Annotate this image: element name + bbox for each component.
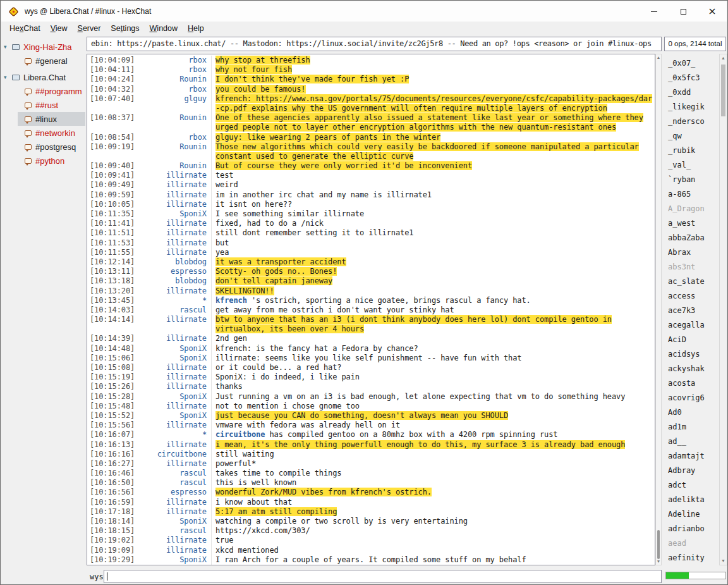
user-list-item[interactable]: Abrax	[665, 245, 719, 260]
message-nick: blobdog	[136, 257, 212, 267]
message-text: SKELLINGTON!!	[212, 286, 655, 296]
scroll-down-icon[interactable]: ▼	[720, 557, 727, 565]
user-list-item[interactable]: aead	[665, 536, 719, 551]
user-list-item[interactable]: Adbray	[665, 464, 719, 478]
chat-scrollbar[interactable]: ▲ ▼	[655, 54, 662, 565]
user-list-item[interactable]: _val_	[665, 158, 719, 173]
maximize-button[interactable]	[669, 1, 698, 22]
user-list-item[interactable]: ace7k3	[665, 304, 719, 318]
message-nick	[136, 324, 212, 334]
topic-input[interactable]: ebin: https://paste.linux.chat/ -- Masto…	[87, 37, 662, 51]
message-time: [10:15:48]	[87, 402, 136, 411]
user-list-item[interactable]: acosta	[665, 376, 719, 391]
user-list-item[interactable]: _0x5fc3	[665, 71, 719, 85]
user-list-item[interactable]: ac_slate	[665, 274, 719, 289]
chat-line: [10:15:28]SponiXJust running a vm on an …	[87, 392, 655, 402]
channel-item-python[interactable]: #python	[18, 154, 85, 168]
message-time	[87, 123, 136, 132]
chat-line: [10:11:55]illirnateyea	[87, 248, 655, 257]
message-nick: Rounin	[136, 75, 212, 84]
close-button[interactable]: ×	[698, 1, 727, 22]
channel-item-programm[interactable]: ##programm	[18, 84, 85, 98]
menu-item-window[interactable]: Window	[145, 23, 183, 34]
highlighted-text: you could be famous!	[215, 85, 306, 94]
chat-line: [10:08:37]RouninOne of these agencies ap…	[87, 113, 655, 123]
user-list-item[interactable]: abs3nt	[665, 260, 719, 274]
menu-item-view[interactable]: View	[46, 23, 73, 34]
chat-scrollbar-thumb[interactable]	[657, 530, 660, 559]
user-list-item[interactable]: _0xdd	[665, 85, 719, 100]
userlist-scrollbar-thumb[interactable]	[721, 65, 725, 116]
chat-line: [10:19:29]SponiXI ran Arch for a couple …	[87, 555, 655, 565]
user-list-item[interactable]: acovrig6	[665, 391, 719, 405]
user-list-item[interactable]: _qw	[665, 129, 719, 144]
user-list-item[interactable]: aefinity	[665, 551, 719, 565]
message-time: [10:16:59]	[87, 498, 136, 507]
user-list-item[interactable]: _ndersco	[665, 114, 719, 129]
user-list-item[interactable]: adamtajt	[665, 449, 719, 464]
userlist-scrollbar[interactable]: ▲ ▼	[719, 54, 727, 565]
chat-message-area[interactable]: [10:04:09]rboxwhy stop at threefish[10:0…	[87, 54, 655, 565]
user-list-item[interactable]: Adeline	[665, 507, 719, 522]
message-text: kfrench: https://www.nsa.gov/portals/75/…	[212, 94, 655, 104]
text-caret	[107, 572, 107, 581]
chat-line: [10:16:50]rasculthis is well known	[87, 478, 655, 488]
channel-item-networkin[interactable]: #networkin	[18, 126, 85, 140]
user-list-item[interactable]: _rubik	[665, 144, 719, 158]
network-item-libera-chat[interactable]: ▾Libera.Chat	[2, 70, 85, 84]
lag-meter-fill	[666, 572, 689, 579]
message-time: [10:14:03]	[87, 305, 136, 315]
user-list-item[interactable]: acidsys	[665, 347, 719, 362]
message-text: 2nd gen	[212, 334, 655, 343]
message-input[interactable]	[104, 570, 662, 583]
user-list-item[interactable]: _0x07_	[665, 56, 719, 71]
message-text: I don't think they've made four fish yet…	[212, 75, 655, 84]
message-nick: illirnate	[136, 402, 212, 411]
user-list-item[interactable]: AciD	[665, 333, 719, 347]
tree-expander-icon[interactable]: ▾	[4, 75, 12, 80]
highlighted-text: don't tell captain janeway	[215, 276, 332, 285]
message-time: [10:14:39]	[87, 334, 136, 343]
user-list-item[interactable]: _likegik	[665, 100, 719, 114]
message-text: I see something similar illirnate	[212, 209, 655, 219]
user-list-item[interactable]: adrianbo	[665, 522, 719, 536]
titlebar[interactable]: wys @ Libera.Chat / #linux - HexChat ×	[1, 1, 727, 22]
user-list-item[interactable]: Ad0	[665, 405, 719, 420]
user-list-item[interactable]: ad__	[665, 434, 719, 449]
user-list-item[interactable]: a_west	[665, 216, 719, 231]
channel-tree: ▾Xing-Hai-Zha#general▾Libera.Chat##progr…	[2, 37, 85, 565]
message-text: glguy: like wearing 2 pears of pants in …	[212, 133, 655, 142]
channel-item-postgresq[interactable]: #postgresq	[18, 140, 85, 154]
message-time: [10:10:05]	[87, 200, 136, 209]
menu-item-settings[interactable]: Settings	[106, 23, 144, 34]
scroll-up-icon[interactable]: ▲	[720, 54, 727, 62]
user-list-item[interactable]: adelikta	[665, 493, 719, 507]
scroll-down-icon[interactable]: ▼	[656, 558, 661, 565]
user-list-item[interactable]: abbaZaba	[665, 231, 719, 245]
channel-item-general[interactable]: #general	[18, 54, 85, 68]
user-list-item[interactable]: access	[665, 289, 719, 304]
message-text: thanks	[212, 382, 655, 391]
user-list-item[interactable]: ackyshak	[665, 362, 719, 376]
message-text: true	[212, 536, 655, 545]
user-list-item[interactable]: A_Dragon	[665, 202, 719, 216]
user-list-item[interactable]: a-865	[665, 187, 719, 202]
channel-item-rust[interactable]: ##rust	[18, 98, 85, 112]
user-list-item[interactable]: `ryban	[665, 173, 719, 187]
menu-item-server[interactable]: Server	[73, 23, 106, 34]
message-time: [10:11:53]	[87, 238, 136, 248]
highlighted-text: i mean, it's the only thing powerfull en…	[215, 440, 625, 449]
message-text: illirnate: seems like you like self puni…	[212, 354, 655, 363]
network-item-xing-hai-zha[interactable]: ▾Xing-Hai-Zha	[2, 40, 85, 54]
minimize-button[interactable]	[640, 1, 669, 22]
user-list-item[interactable]: adct	[665, 478, 719, 493]
menu-item-hexchat[interactable]: HexChat	[4, 23, 46, 34]
user-list-item[interactable]: acegalla	[665, 318, 719, 333]
menu-item-help[interactable]: Help	[183, 23, 209, 34]
channel-item-linux[interactable]: #linux	[18, 112, 85, 126]
user-list-item[interactable]: ad1m	[665, 420, 719, 434]
message-nick: rascul	[136, 305, 212, 315]
scroll-up-icon[interactable]: ▲	[656, 54, 661, 61]
tree-expander-icon[interactable]: ▾	[4, 44, 12, 50]
highlighted-text: just because you CAN do something, doesn…	[215, 411, 508, 420]
